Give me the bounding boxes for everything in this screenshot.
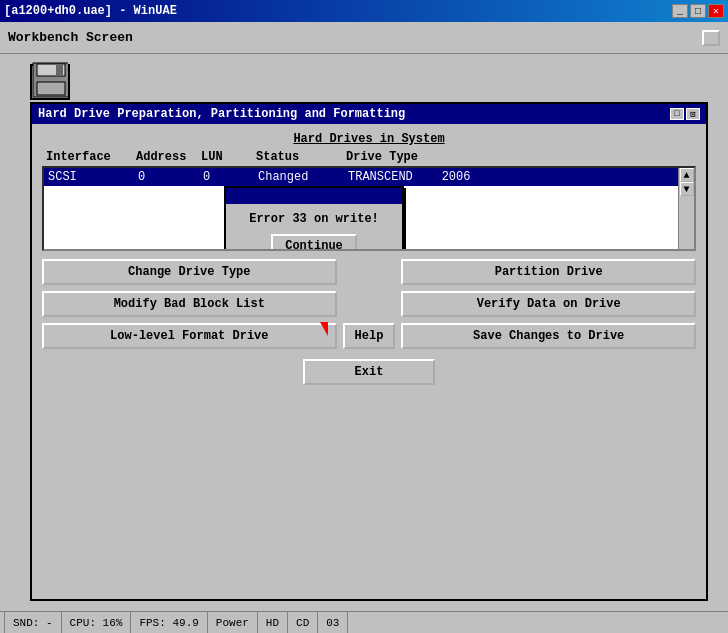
- exit-row: Exit: [42, 359, 696, 385]
- status-fps: FPS: 49.9: [131, 612, 207, 633]
- status-power: Power: [208, 612, 258, 633]
- floppy-icon: [30, 64, 70, 100]
- floppy-svg: [32, 62, 68, 98]
- exit-button[interactable]: Exit: [303, 359, 436, 385]
- col-header-status: Status: [256, 150, 346, 164]
- section-title: Hard Drives in System: [42, 132, 696, 146]
- verify-data-button[interactable]: Verify Data on Drive: [401, 291, 696, 317]
- app-container: Hard Drive Preparation, Partitioning and…: [30, 78, 708, 601]
- svg-rect-2: [56, 65, 63, 75]
- continue-button[interactable]: Continue: [271, 234, 357, 251]
- scroll-up-button[interactable]: ▲: [680, 168, 694, 182]
- drive-list-container: SCSI 0 0 Changed TRANSCEND 2006 Error 33…: [42, 166, 696, 251]
- col-header-interface: Interface: [46, 150, 136, 164]
- hd-content-area: Hard Drives in System Interface Address …: [32, 124, 706, 393]
- hd-preparation-window: Hard Drive Preparation, Partitioning and…: [30, 102, 708, 601]
- status-hd: HD: [258, 612, 288, 633]
- scroll-down-button[interactable]: ▼: [680, 182, 694, 196]
- save-changes-button[interactable]: Save Changes to Drive: [401, 323, 696, 349]
- drive-status: Changed: [258, 170, 348, 184]
- status-snd: SND: -: [4, 612, 62, 633]
- status-cd: CD: [288, 612, 318, 633]
- drive-type: TRANSCEND 2006: [348, 170, 690, 184]
- drive-list-row[interactable]: SCSI 0 0 Changed TRANSCEND 2006: [44, 168, 694, 186]
- workbench-title: Workbench Screen: [8, 30, 133, 45]
- help-button[interactable]: Help: [343, 323, 396, 349]
- column-headers: Interface Address LUN Status Drive Type: [42, 150, 696, 164]
- mouse-cursor: [320, 322, 328, 336]
- hd-window-title: Hard Drive Preparation, Partitioning and…: [38, 107, 405, 121]
- svg-rect-3: [37, 82, 65, 95]
- modify-bad-block-button[interactable]: Modify Bad Block List: [42, 291, 337, 317]
- low-level-format-button[interactable]: Low-level Format Drive: [42, 323, 337, 349]
- col-header-drivetype: Drive Type: [346, 150, 696, 164]
- error-dialog-titlebar: [226, 188, 402, 204]
- status-bar: SND: - CPU: 16% FPS: 49.9 Power HD CD 03: [0, 611, 728, 633]
- error-dialog-content: Error 33 on write! Continue: [226, 204, 402, 251]
- col-header-lun: LUN: [201, 150, 256, 164]
- col-header-address: Address: [136, 150, 201, 164]
- window-title: [a1200+dh0.uae] - WinUAE: [4, 4, 177, 18]
- center-buttons: Help: [343, 259, 396, 349]
- status-cpu: CPU: 16%: [62, 612, 132, 633]
- hd-title-bar: Hard Drive Preparation, Partitioning and…: [32, 104, 706, 124]
- error-message: Error 33 on write!: [234, 212, 394, 226]
- hd-window-controls: □ ⊡: [670, 108, 700, 120]
- floppy-icon-area: [30, 64, 70, 100]
- close-button[interactable]: ✕: [708, 4, 724, 18]
- hd-minimize-button[interactable]: □: [670, 108, 684, 120]
- workbench-header: Workbench Screen: [0, 22, 728, 54]
- drive-lun: 0: [203, 170, 258, 184]
- error-dialog: Error 33 on write! Continue: [224, 186, 404, 251]
- buttons-grid: Change Drive Type Modify Bad Block List …: [42, 259, 696, 349]
- window-controls: _ □ ✕: [672, 4, 724, 18]
- left-buttons: Change Drive Type Modify Bad Block List …: [42, 259, 337, 349]
- status-num: 03: [318, 612, 348, 633]
- title-bar: [a1200+dh0.uae] - WinUAE _ □ ✕: [0, 0, 728, 22]
- drive-interface: SCSI: [48, 170, 138, 184]
- main-area: Workbench Screen Hard Drive Preparation,…: [0, 22, 728, 611]
- minimize-button[interactable]: _: [672, 4, 688, 18]
- workbench-restore-button[interactable]: [702, 30, 720, 46]
- maximize-button[interactable]: □: [690, 4, 706, 18]
- drive-list-scrollbar: ▲ ▼: [678, 168, 694, 249]
- change-drive-type-button[interactable]: Change Drive Type: [42, 259, 337, 285]
- hd-restore-button[interactable]: ⊡: [686, 108, 700, 120]
- right-buttons: Partition Drive Verify Data on Drive Sav…: [401, 259, 696, 349]
- drive-address: 0: [138, 170, 203, 184]
- partition-drive-button[interactable]: Partition Drive: [401, 259, 696, 285]
